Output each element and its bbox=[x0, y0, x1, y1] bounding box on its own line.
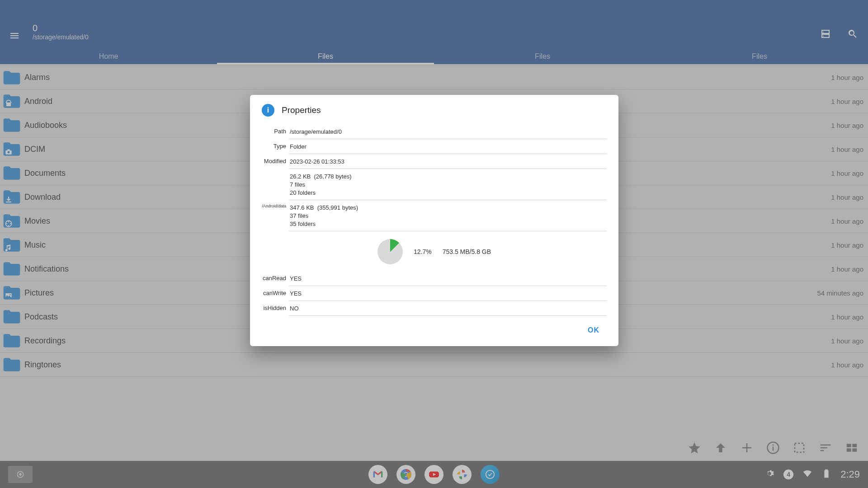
value-type: Folder bbox=[289, 142, 607, 154]
label-path: Path bbox=[262, 127, 289, 135]
value-size-self: 26.2 KB (26,778 bytes) 7 files 20 folder… bbox=[289, 172, 607, 200]
label-ishidden: isHidden bbox=[262, 304, 289, 311]
info-icon: i bbox=[262, 104, 274, 117]
value-canread: YES bbox=[289, 274, 607, 286]
value-ishidden: NO bbox=[289, 304, 607, 316]
ok-button[interactable]: OK bbox=[581, 322, 606, 339]
pie-icon bbox=[377, 239, 403, 264]
label-canread: canRead bbox=[262, 274, 289, 282]
label-size-self bbox=[262, 172, 289, 173]
value-canwrite: YES bbox=[289, 289, 607, 301]
properties-dialog: i Properties Path/storage/emulated/0 Typ… bbox=[250, 95, 618, 346]
dialog-title: Properties bbox=[282, 105, 321, 115]
disk-percent: 12.7% bbox=[414, 248, 432, 255]
value-path: /storage/emulated/0 bbox=[289, 127, 607, 139]
label-android-data: /Android/data bbox=[262, 203, 289, 208]
value-modified: 2023-02-26 01:33:53 bbox=[289, 157, 607, 169]
label-type: Type bbox=[262, 142, 289, 150]
label-canwrite: canWrite bbox=[262, 289, 289, 296]
value-android-data: 347.6 KB (355,991 bytes) 37 files 35 fol… bbox=[289, 203, 607, 231]
disk-size: 753.5 MB/5.8 GB bbox=[443, 248, 491, 255]
label-modified: Modified bbox=[262, 157, 289, 164]
disk-usage-chart: 12.7% 753.5 MB/5.8 GB bbox=[262, 239, 607, 264]
